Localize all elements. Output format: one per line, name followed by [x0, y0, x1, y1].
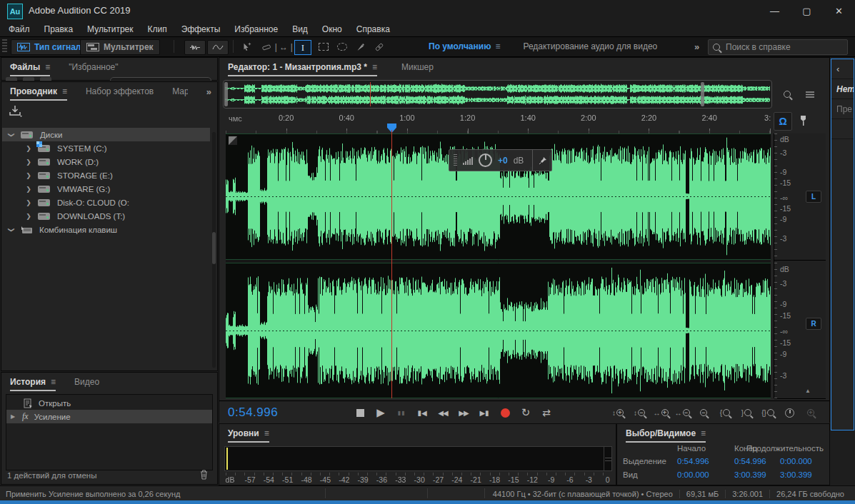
tab-mixer[interactable]: Микшер	[401, 62, 434, 72]
tab-files[interactable]: Файлы ≡	[10, 62, 50, 72]
zoom-in-vertical-button[interactable]: ↕	[608, 405, 628, 420]
explorer-panel-menu-icon[interactable]: ≡	[62, 86, 67, 96]
pause-button[interactable]: ▮▮	[392, 405, 411, 420]
menu-multitrack[interactable]: Мультитрек	[80, 24, 140, 34]
zoom-disabled-button[interactable]	[801, 405, 821, 420]
waveform-canvas[interactable]	[226, 133, 771, 398]
shuttle-button[interactable]: ⇄	[537, 405, 556, 420]
fast-forward-button[interactable]: ▶▶	[454, 405, 473, 420]
chevron-right-icon[interactable]: ❯	[25, 186, 32, 193]
ibeam-tool[interactable]: I	[294, 40, 311, 55]
hud-pin-button[interactable]	[532, 150, 547, 171]
snap-toggle-button[interactable]: Ω	[774, 112, 792, 131]
record-button[interactable]	[496, 405, 514, 420]
zoom-out-horizontal-button[interactable]: ↔	[672, 405, 692, 420]
tree-row-system-c[interactable]: ❯ SYSTEM (C:)	[2, 141, 210, 155]
tab-effects-rack[interactable]: Набор эффектов	[86, 86, 154, 96]
levels-panel-menu-icon[interactable]: ≡	[264, 428, 269, 438]
amplitude-scale[interactable]: dB-3-9-15-∞-15-9-3 dB-3-9-15-∞-15-9-3 L …	[774, 133, 826, 398]
workspace-menu-icon[interactable]: ≡	[495, 41, 500, 51]
volume-hud[interactable]: +0 dB	[449, 149, 552, 171]
tab-favorites[interactable]: "Избранное"	[69, 62, 118, 72]
zoom-in-horizontal-button[interactable]: ↔	[651, 405, 671, 420]
history-item-open[interactable]: Открыть	[6, 396, 212, 410]
view-duration-value[interactable]: 3:00.399	[780, 470, 812, 479]
spot-heal-tool[interactable]	[371, 40, 387, 54]
menu-effects[interactable]: Эффекты	[174, 24, 228, 34]
hud-gain-value[interactable]: +0	[498, 156, 508, 166]
tab-markers[interactable]: Мар	[172, 86, 188, 96]
explorer-scrollbar[interactable]	[212, 132, 216, 368]
tab-explorer[interactable]: Проводник ≡	[10, 86, 67, 96]
add-marker-button[interactable]	[795, 112, 811, 129]
history-panel-menu-icon[interactable]: ≡	[51, 377, 56, 387]
multitrack-button[interactable]: Мультитрек	[80, 39, 160, 55]
tab-video[interactable]: Видео	[74, 377, 99, 387]
move-tool[interactable]	[239, 40, 254, 54]
workspace-audio-video-button[interactable]: Редактирование аудио для видео	[523, 41, 657, 51]
overview-waveform[interactable]	[225, 82, 770, 106]
zoom-to-out-point-button[interactable]: }	[736, 405, 756, 420]
skip-to-end-button[interactable]: ▶▮	[475, 405, 494, 420]
zoom-full-icon-button[interactable]	[778, 86, 796, 102]
tab-editor[interactable]: Редактор: 1 - Мизантропия.mp3 * ≡	[228, 62, 377, 72]
view-start-value[interactable]: 0:00.000	[677, 470, 709, 479]
waveform-display[interactable]	[226, 133, 771, 398]
playhead-time-display[interactable]: 0:54.996	[228, 405, 278, 420]
tree-row-vmware-g[interactable]: ❯ VMWARE (G:)	[2, 182, 210, 196]
chevron-right-icon[interactable]: ❯	[25, 172, 32, 179]
import-file-button[interactable]	[9, 105, 23, 118]
chevron-right-icon[interactable]: ❯	[25, 145, 32, 152]
hud-grip-icon[interactable]	[454, 154, 457, 166]
menu-file[interactable]: Файл	[1, 24, 37, 34]
loop-playback-button[interactable]: ↻	[516, 405, 535, 420]
tab-levels[interactable]: Уровни ≡	[228, 428, 269, 438]
timer-record-button[interactable]	[779, 405, 799, 420]
rewind-button[interactable]: ◀◀	[434, 405, 452, 420]
search-input[interactable]	[724, 41, 834, 53]
selection-panel-menu-icon[interactable]: ≡	[701, 428, 706, 438]
time-selection-tool[interactable]: ❘↔❘	[276, 40, 291, 54]
skip-to-start-button[interactable]: ▮◀	[413, 405, 431, 420]
chevron-down-icon[interactable]: ❯	[8, 226, 15, 233]
waveform-view-button[interactable]	[184, 40, 206, 55]
marquee-tool[interactable]	[316, 40, 331, 54]
selection-end-value[interactable]: 0:54.996	[734, 457, 766, 465]
selection-duration-value[interactable]: 0:00.000	[780, 457, 812, 465]
tree-row-disk-o-cloud[interactable]: ❯ Disk-O: CLOUD (O:	[2, 196, 210, 209]
menu-window[interactable]: Окно	[315, 24, 349, 34]
clear-history-button[interactable]	[199, 469, 209, 480]
tree-row-storage-e[interactable]: ❯ STORAGE (E:)	[2, 168, 210, 182]
chevron-right-icon[interactable]: ❯	[25, 199, 32, 206]
chevron-right-icon[interactable]: ❯	[25, 213, 32, 220]
editor-panel-menu-icon[interactable]: ≡	[372, 62, 377, 72]
view-end-value[interactable]: 3:00.399	[734, 470, 766, 479]
chevron-down-icon[interactable]: ❯	[8, 131, 15, 138]
tab-history[interactable]: История ≡	[10, 377, 56, 387]
panel-collapse-button[interactable]: ‹	[831, 59, 854, 79]
zoom-out-vertical-button[interactable]: ↕	[629, 405, 649, 420]
brush-tool[interactable]	[353, 40, 369, 54]
zoom-reset-button[interactable]	[694, 405, 714, 420]
menu-favorites[interactable]: Избранное	[227, 24, 285, 34]
overview-left-handle[interactable]	[224, 82, 228, 106]
history-item-amplify[interactable]: ▶ fx Усиление	[6, 410, 212, 423]
zoom-to-in-point-button[interactable]: {	[715, 405, 735, 420]
channel-left-badge[interactable]: L	[806, 191, 821, 203]
maximize-button[interactable]: ▢	[791, 0, 823, 21]
menu-view[interactable]: Вид	[285, 24, 315, 34]
workspace-default-button[interactable]: По умолчанию	[429, 41, 491, 51]
stop-button[interactable]	[351, 405, 369, 420]
overview-right-handle[interactable]	[701, 82, 704, 106]
files-panel-menu-icon[interactable]: ≡	[45, 62, 50, 72]
spectral-view-button[interactable]	[207, 40, 229, 55]
tree-row-drives[interactable]: ❯ Диски	[2, 128, 210, 141]
scroll-up-arrow[interactable]: ▲	[805, 388, 811, 394]
chevron-right-icon[interactable]: ❯	[25, 158, 32, 166]
selection-start-value[interactable]: 0:54.996	[677, 457, 709, 465]
tree-row-downloads-t[interactable]: ❯ DOWNLOADS (T:)	[2, 209, 210, 223]
minimize-button[interactable]: —	[759, 0, 791, 21]
menu-help[interactable]: Справка	[349, 24, 397, 34]
zoom-to-selection-button[interactable]: {}	[758, 405, 778, 420]
tree-row-work-d[interactable]: ❯ WORK (D:)	[2, 155, 210, 168]
